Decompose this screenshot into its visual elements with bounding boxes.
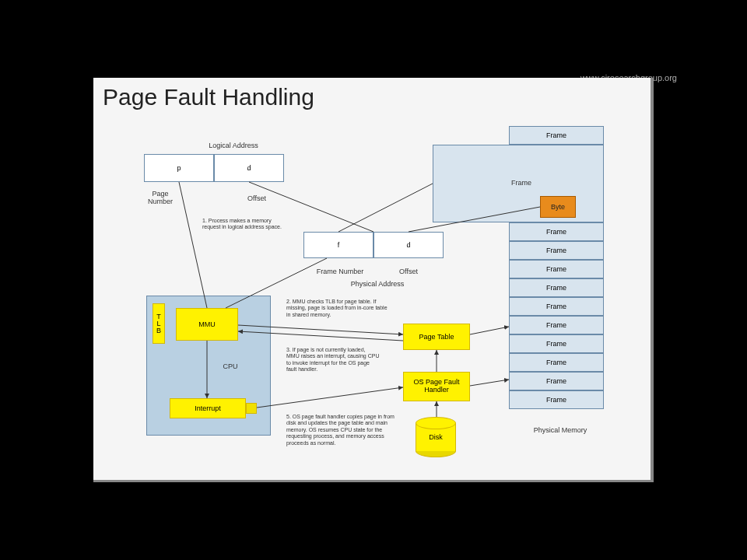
note-3: 3. If page is not currently loaded, MMU … [286, 347, 380, 373]
frame-cell-4: Frame [509, 297, 604, 316]
offset-label-2: Offset [385, 268, 432, 275]
frame-top: Frame [509, 126, 604, 145]
logical-p-box: p [144, 154, 214, 182]
logical-address-label: Logical Address [187, 142, 280, 149]
cpu-label: CPU [215, 362, 246, 370]
frame-number-label: Frame Number [305, 268, 375, 275]
frame-cell-2: Frame [509, 260, 604, 278]
physical-address-label: Physical Address [335, 280, 420, 288]
physical-d-box: d [374, 232, 444, 258]
interrupt-box: Interrupt [170, 398, 246, 418]
page-number-label: Page Number [142, 190, 179, 205]
interrupt-marker [246, 403, 257, 414]
frame-cell-1: Frame [509, 241, 604, 260]
frame-cell-5: Frame [509, 316, 604, 334]
frame-cell-9: Frame [509, 390, 604, 409]
mmu-box: MMU [176, 308, 238, 341]
svg-line-6 [470, 327, 509, 334]
physical-f-box: f [303, 232, 374, 258]
svg-line-10 [470, 380, 509, 386]
frame-cell-7: Frame [509, 353, 604, 372]
logical-d-box: d [214, 154, 284, 182]
frame-cell-6: Frame [509, 334, 604, 353]
page-title: Page Fault Handling [103, 84, 314, 110]
pagefault-handler-box: OS Page Fault Handler [403, 372, 470, 401]
disk-top [416, 417, 456, 429]
svg-line-1 [179, 182, 207, 308]
frame-cell-8: Frame [509, 372, 604, 390]
physical-memory-label: Physical Memory [521, 426, 599, 434]
svg-line-9 [257, 387, 403, 408]
note-1: 1. Process makes a memory request in log… [202, 218, 288, 231]
note-2: 2. MMU checks TLB for page table. If mis… [286, 299, 388, 318]
byte-box: Byte [540, 196, 576, 218]
note-4: 5. OS page fault handler copies page in … [286, 414, 403, 446]
frame-cell-0: Frame [509, 222, 604, 241]
slide: Page Fault Handling Logical Address p d … [93, 78, 654, 482]
frame-cell-3: Frame [509, 278, 604, 297]
offset-label-1: Offset [237, 194, 276, 202]
tlb-box: T L B [153, 303, 165, 344]
page-table-box: Page Table [403, 324, 470, 350]
large-frame-label: Frame [498, 179, 545, 187]
svg-line-2 [338, 184, 433, 232]
